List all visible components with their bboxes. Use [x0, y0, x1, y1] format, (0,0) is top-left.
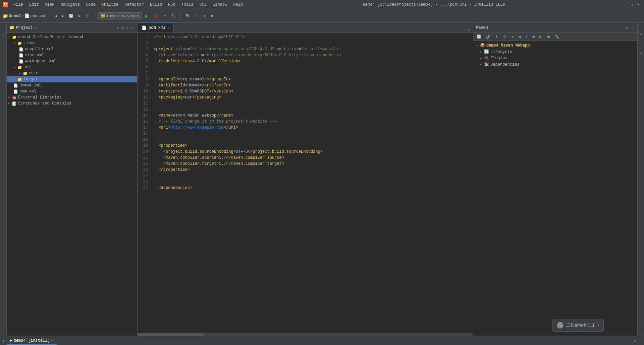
- tree-item-target[interactable]: ▸ 📁 target: [7, 76, 137, 82]
- maven-collapse-button[interactable]: ⊟: [537, 33, 544, 40]
- pom-file-icon: 📄: [13, 89, 18, 94]
- tree-item-workspace[interactable]: 📄 workspace.xml: [7, 58, 137, 64]
- maven-add-button[interactable]: ➕: [500, 33, 509, 40]
- maven-root-item[interactable]: ▾ 📦 demo4 Maven Webapp: [475, 42, 636, 49]
- run-configuration[interactable]: 🐱 Tomcat 8.5.51 ▾: [98, 12, 142, 19]
- tree-item-pom[interactable]: 📄 pom.xml: [7, 88, 137, 94]
- run-config-chevron[interactable]: ▾: [137, 14, 139, 18]
- minimize-button[interactable]: —: [623, 2, 628, 7]
- maven-skip-button[interactable]: ⏭: [544, 33, 552, 40]
- tree-item-scratches[interactable]: ▸ 📝 Scratches and Consoles: [7, 100, 137, 107]
- maven-toolbar[interactable]: 🔄 🔗 ⬇ ➕ ▶ m ⚡ ⊞ ⊟ ⏭ 🔧: [473, 33, 637, 41]
- toolbar-actions[interactable]: ◀ ▶ 🔄 ⚙ ➕: [53, 13, 92, 19]
- tree-item-compiler[interactable]: 📄 compiler.xml: [7, 46, 137, 52]
- target-folder-icon: 📁: [17, 77, 22, 82]
- locate-button[interactable]: ⊕: [116, 25, 120, 30]
- maven-sidebar-icon[interactable]: M: [638, 45, 644, 62]
- back-button[interactable]: ◀: [53, 13, 59, 19]
- menu-code[interactable]: Code: [83, 2, 98, 8]
- maven-link-button[interactable]: 🔗: [484, 33, 493, 40]
- tree-item-idea[interactable]: ▾ 📁 .idea: [7, 40, 137, 46]
- menu-vcs[interactable]: VCS: [197, 2, 210, 8]
- build-button[interactable]: 🔨: [169, 13, 178, 19]
- run-button[interactable]: ▶: [143, 12, 150, 20]
- tree-item-misc[interactable]: 📄 misc.xml: [7, 52, 137, 58]
- panel-settings-button[interactable]: ⚙: [125, 25, 130, 30]
- menu-analyze[interactable]: Analyze: [99, 2, 121, 8]
- tree-item-root[interactable]: ▾ 📁 demo4 G:\IdeaProjects\demo4: [7, 34, 137, 40]
- bottom-minimize-button[interactable]: —: [638, 338, 643, 344]
- maven-refresh-button[interactable]: 🔄: [475, 33, 483, 40]
- coverage-button[interactable]: ☂: [161, 13, 168, 19]
- maven-settings-button[interactable]: ⚙: [625, 25, 629, 30]
- maven-wrench-button[interactable]: 🔧: [553, 33, 561, 40]
- menu-build[interactable]: Build: [147, 2, 165, 8]
- structure-icon[interactable]: S: [1, 24, 6, 44]
- maven-lifecycle-item[interactable]: ▸ 🔄 Lifecycle: [475, 49, 636, 55]
- debug-button[interactable]: 🐞: [151, 13, 160, 19]
- menu-help[interactable]: Help: [230, 2, 246, 8]
- bottom-tab-run[interactable]: ▶ demo4 [install] ✕: [6, 337, 56, 345]
- maven-title: Maven: [476, 25, 488, 30]
- menu-view[interactable]: View: [42, 2, 57, 8]
- search-button[interactable]: 🔍: [183, 13, 192, 19]
- bottom-panel: ▶ ▶ demo4 [install] ✕ ⚙ — ▶ ⬛ 📌 🔍 ⤵ ● de…: [0, 336, 644, 345]
- file-name: pom.xml: [30, 14, 47, 18]
- menu-tools[interactable]: Tools: [179, 2, 196, 8]
- maven-minimize-button[interactable]: —: [630, 25, 635, 30]
- menu-refactor[interactable]: Refactor: [122, 2, 147, 8]
- collapse-button[interactable]: ⊟: [120, 25, 125, 30]
- plugins-arrow: ▸: [480, 56, 484, 60]
- project-label: Project: [16, 25, 33, 30]
- project-chevron[interactable]: ▾: [34, 25, 36, 30]
- tree-item-src[interactable]: ▾ 📁 src: [7, 64, 137, 70]
- maven-lifecycle-button[interactable]: ⚡: [524, 33, 530, 40]
- forward-button[interactable]: ▶: [60, 13, 66, 19]
- toolbar-sep-2: [95, 12, 95, 20]
- tab-close-button[interactable]: ✕: [167, 26, 169, 30]
- code-editor[interactable]: 1 2 3 4 5 6 7 8 9 10 11 12 13 14 15 16 1…: [138, 33, 473, 333]
- sync-button[interactable]: 🔄: [67, 13, 75, 19]
- compiler-file-icon: 📄: [19, 47, 23, 52]
- misc-label: misc.xml: [25, 53, 44, 58]
- menu-bar[interactable]: File Edit View Navigate Code Analyze Ref…: [11, 2, 246, 8]
- bottom-settings-button[interactable]: ⚙: [633, 338, 638, 344]
- main-arrow: ▸: [19, 71, 23, 75]
- validation-icon: ✔: [468, 27, 470, 32]
- run-icon: ▶: [10, 338, 12, 343]
- menu-run[interactable]: Run: [165, 2, 178, 8]
- menu-navigate[interactable]: Navigate: [58, 2, 83, 8]
- project-name-section: 📁 demo4 › 📄 pom.xml: [3, 13, 47, 19]
- close-button[interactable]: ✕: [636, 2, 641, 7]
- tree-item-iml[interactable]: 📄 demo4.iml: [7, 82, 137, 88]
- maven-dependencies-item[interactable]: ▸ 📚 Dependencies: [475, 61, 636, 68]
- maven-toggle-button[interactable]: ⊞: [530, 33, 537, 40]
- add-button[interactable]: ➕: [83, 13, 92, 19]
- tree-item-main[interactable]: ▸ 📁 main: [7, 70, 137, 76]
- close-panel-button[interactable]: ✕: [130, 25, 135, 30]
- diff-button[interactable]: ⇄: [209, 13, 215, 19]
- menu-window[interactable]: Window: [210, 2, 230, 8]
- maximize-button[interactable]: ❐: [629, 2, 635, 7]
- editor-scrollbar-h[interactable]: [138, 333, 473, 336]
- maven-m-button[interactable]: m: [517, 34, 523, 40]
- code-content[interactable]: <?xml version="1.0" encoding="UTF-8"?> <…: [151, 33, 473, 333]
- editor-tab-pom[interactable]: 📄 pom.xml ✕: [138, 22, 174, 32]
- settings-button[interactable]: ⚙: [76, 13, 83, 19]
- maven-download-button[interactable]: ⬇: [493, 33, 500, 40]
- window-controls[interactable]: — ❐ ✕: [623, 2, 641, 7]
- maven-run-button[interactable]: ▶: [510, 33, 516, 40]
- database-icon[interactable]: D: [638, 24, 644, 44]
- tree-item-external-libs[interactable]: ▸ 📚 External Libraries: [7, 94, 137, 100]
- menu-file[interactable]: File: [11, 2, 26, 8]
- maven-plugins-item[interactable]: ▸ 🔌 Plugins: [475, 55, 636, 61]
- menu-edit[interactable]: Edit: [26, 2, 42, 8]
- scrollbar-thumb[interactable]: [138, 333, 205, 336]
- project-panel-actions[interactable]: ⊕ ⊟ ⚙ ✕: [116, 25, 135, 30]
- vcs-button[interactable]: ⚡: [194, 13, 200, 19]
- run-tab-close[interactable]: ✕: [51, 339, 53, 343]
- maven-header-actions[interactable]: ⚙ —: [625, 25, 635, 30]
- deploy-button[interactable]: ⬆: [201, 13, 208, 19]
- notification-close-button[interactable]: ✕: [597, 323, 599, 328]
- breadcrumb-area: ✔: [465, 27, 473, 32]
